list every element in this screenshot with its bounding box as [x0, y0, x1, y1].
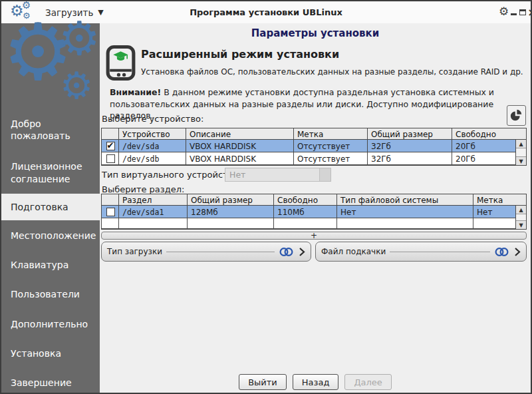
wizard-steps-nav: Добро пожаловать Лицензионное соглашение…	[1, 116, 100, 389]
swap-file-expander[interactable]: Файл подкачки	[315, 242, 527, 262]
col-total-size: Общий размер	[188, 194, 274, 205]
chevron-right-icon	[514, 246, 521, 258]
partition-table: Раздел Общий размер Свободно Тип файлово…	[101, 194, 527, 230]
add-partition-button[interactable]: +	[101, 232, 527, 240]
partition-checkbox-sda1[interactable]	[106, 208, 115, 216]
partition-row-sda1[interactable]: /dev/sda1 128Мб 110Мб Нет Нет	[102, 206, 526, 218]
page-title: Параметры установки	[100, 27, 531, 39]
toggle-circles-icon	[279, 246, 296, 258]
device-row-sda[interactable]: /dev/sda VBOX HARDDISK Отсутствует 32Гб …	[102, 140, 526, 152]
maximize-button[interactable]	[518, 1, 527, 23]
device-table-header: Устройство Описание Метка Общий размер С…	[102, 128, 526, 140]
chevron-right-icon	[299, 246, 305, 258]
sidebar-item-additional[interactable]: Дополнительно	[1, 318, 100, 330]
partition-table-scrollbar[interactable]: ▲ ▼	[515, 206, 526, 229]
device-table-scrollbar[interactable]: ▲ ▼	[515, 140, 526, 165]
next-button[interactable]: Далее	[344, 374, 391, 390]
sidebar-item-keyboard[interactable]: Клавиатура	[1, 259, 100, 271]
sidebar-item-finish[interactable]: Завершение	[1, 377, 100, 389]
col-fs-type: Тип файловой системы	[337, 194, 473, 205]
partition-row-empty	[102, 218, 526, 229]
minimize-button[interactable]	[509, 1, 517, 23]
sidebar-item-install[interactable]: Установка	[1, 347, 100, 359]
warning-bold: Внимание!	[110, 87, 161, 97]
sidebar-item-license[interactable]: Лицензионное соглашение	[1, 160, 100, 184]
settings-gear-icon[interactable]: ⚙	[499, 6, 509, 17]
sidebar: ⚙ ⚙ ⚙ Добро пожаловать Лицензионное согл…	[1, 23, 100, 393]
footer-buttons: Выйти Назад Далее	[100, 374, 531, 390]
graduation-cap-icon	[113, 51, 128, 61]
app-body: ⚙ ⚙ ⚙ Добро пожаловать Лицензионное согл…	[1, 23, 531, 393]
device-table: Устройство Описание Метка Общий размер С…	[101, 128, 527, 166]
drive-icon	[105, 45, 136, 81]
scroll-down-icon[interactable]: ▼	[516, 156, 526, 165]
partition-section-label: Выберите раздел:	[102, 184, 184, 194]
virtual-device-label: Тип виртуального устройства:	[102, 170, 241, 180]
sidebar-item-preparation[interactable]: Подготовка	[1, 194, 100, 220]
boot-type-label: Тип загрузки	[107, 247, 162, 256]
toggle-circles-icon	[494, 246, 511, 258]
mode-subtitle: Установка файлов ОС, пользовательских да…	[141, 67, 523, 77]
partition-table-header: Раздел Общий размер Свободно Тип файлово…	[102, 194, 526, 206]
installer-window: ⚙ ⚙ ⚙ Загрузить ▼ Программа установки UB…	[0, 0, 532, 394]
main-content: Параметры установки Расширенный режим ус…	[100, 23, 531, 393]
pie-chart-icon	[510, 109, 523, 122]
virtual-device-value: Нет	[225, 170, 319, 180]
scroll-up-icon[interactable]: ▲	[516, 206, 526, 214]
device-checkbox-sdb[interactable]	[106, 154, 115, 163]
scroll-up-icon[interactable]: ▲	[516, 140, 526, 148]
col-device: Устройство	[119, 128, 186, 139]
col-free: Свободно	[452, 128, 516, 139]
close-button[interactable]: ×	[527, 1, 532, 23]
combo-arrow	[319, 168, 331, 181]
col-label: Метка	[294, 128, 368, 139]
device-section-label: Выберите устройство:	[102, 114, 203, 124]
boot-type-expander[interactable]: Тип загрузки	[101, 242, 311, 262]
swap-file-label: Файл подкачки	[321, 247, 386, 256]
mode-title: Расширенный режим установки	[141, 48, 339, 61]
sidebar-gears-icon: ⚙ ⚙ ⚙	[1, 23, 100, 116]
back-button[interactable]: Назад	[293, 374, 339, 390]
device-checkbox-sda[interactable]	[106, 142, 115, 150]
sidebar-item-location[interactable]: Местоположение	[1, 230, 100, 242]
device-row-sdb[interactable]: /dev/sdb VBOX HARDDISK Отсутствует 32Гб …	[102, 152, 526, 165]
col-free: Свободно	[274, 194, 337, 205]
col-partition: Раздел	[119, 194, 188, 205]
col-description: Описание	[186, 128, 294, 139]
virtual-device-select[interactable]: Нет	[225, 168, 331, 182]
sidebar-item-welcome[interactable]: Добро пожаловать	[1, 118, 100, 142]
disk-usage-pie-button[interactable]	[507, 105, 526, 126]
scroll-down-icon[interactable]: ▼	[516, 220, 526, 229]
col-label: Метка	[473, 194, 516, 205]
sidebar-item-users[interactable]: Пользователи	[1, 288, 100, 300]
col-total-size: Общий размер	[368, 128, 452, 139]
exit-button[interactable]: Выйти	[239, 374, 287, 390]
